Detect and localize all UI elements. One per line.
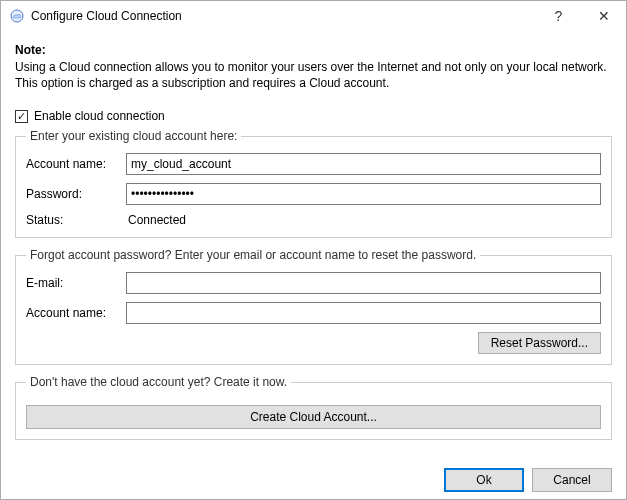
dialog-footer: Ok Cancel: [1, 460, 626, 500]
password-input[interactable]: [126, 183, 601, 205]
app-icon: [9, 8, 25, 24]
forgot-password-group: Forgot account password? Enter your emai…: [15, 248, 612, 365]
close-icon: ✕: [598, 8, 610, 24]
note-body: Using a Cloud connection allows you to m…: [15, 59, 612, 91]
content-area: Note: Using a Cloud connection allows yo…: [1, 31, 626, 460]
status-label: Status:: [26, 213, 126, 227]
account-name-label: Account name:: [26, 157, 126, 171]
titlebar: Configure Cloud Connection ? ✕: [1, 1, 626, 31]
create-cloud-account-button[interactable]: Create Cloud Account...: [26, 405, 601, 429]
enable-cloud-checkbox[interactable]: ✓: [15, 110, 28, 123]
account-name-input[interactable]: [126, 153, 601, 175]
password-label: Password:: [26, 187, 126, 201]
email-label: E-mail:: [26, 276, 126, 290]
forgot-password-legend: Forgot account password? Enter your emai…: [26, 248, 480, 262]
existing-account-legend: Enter your existing cloud account here:: [26, 129, 241, 143]
check-icon: ✓: [17, 111, 26, 122]
cancel-button[interactable]: Cancel: [532, 468, 612, 492]
note-heading: Note:: [15, 43, 612, 57]
close-button[interactable]: ✕: [581, 1, 626, 31]
forgot-account-name-label: Account name:: [26, 306, 126, 320]
status-value: Connected: [126, 213, 186, 227]
window-title: Configure Cloud Connection: [31, 9, 536, 23]
ok-button[interactable]: Ok: [444, 468, 524, 492]
help-button[interactable]: ?: [536, 1, 581, 31]
forgot-account-name-input[interactable]: [126, 302, 601, 324]
create-account-legend: Don't have the cloud account yet? Create…: [26, 375, 291, 389]
existing-account-group: Enter your existing cloud account here: …: [15, 129, 612, 238]
create-account-group: Don't have the cloud account yet? Create…: [15, 375, 612, 440]
email-input[interactable]: [126, 272, 601, 294]
enable-cloud-label: Enable cloud connection: [34, 109, 165, 123]
enable-cloud-checkbox-row[interactable]: ✓ Enable cloud connection: [15, 109, 612, 123]
reset-password-button[interactable]: Reset Password...: [478, 332, 601, 354]
dialog-window: Configure Cloud Connection ? ✕ Note: Usi…: [0, 0, 627, 500]
